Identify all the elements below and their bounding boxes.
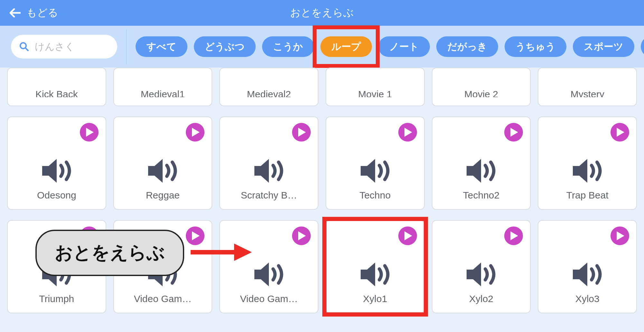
sound-card[interactable]: Xylo2: [432, 220, 531, 313]
play-button[interactable]: [398, 123, 417, 142]
sound-card[interactable]: Movie 2: [432, 68, 531, 106]
sound-label: Techno2: [437, 190, 525, 201]
sound-label: Mystery: [544, 89, 631, 97]
sound-label: Xylo3: [544, 293, 631, 304]
sound-label: Odesong: [13, 190, 100, 201]
search-input[interactable]: [35, 41, 109, 52]
sound-card[interactable]: Movie 1: [326, 68, 425, 106]
search-icon: [19, 42, 29, 51]
sound-label: Movie 2: [437, 89, 525, 97]
svg-marker-10: [298, 231, 306, 240]
filter-chip-5[interactable]: だがっき: [436, 36, 498, 57]
play-button[interactable]: [398, 226, 417, 245]
sound-card[interactable]: Xylo1: [326, 220, 425, 313]
sound-card[interactable]: Techno: [326, 116, 425, 210]
svg-marker-11: [404, 231, 412, 240]
filter-divider: [126, 29, 127, 64]
callout-annotation: おとをえらぶ: [35, 230, 252, 276]
sound-icon: [463, 156, 499, 187]
svg-marker-2: [86, 128, 94, 137]
svg-marker-3: [192, 128, 200, 137]
sound-icon: [251, 156, 287, 187]
filter-chip-4[interactable]: ノート: [378, 36, 430, 57]
svg-marker-7: [617, 128, 624, 137]
svg-marker-5: [404, 128, 412, 137]
back-button[interactable]: もどる: [10, 6, 58, 20]
play-button[interactable]: [292, 123, 311, 142]
sound-card[interactable]: Mystery: [538, 68, 637, 106]
sound-grid: Kick BackMedieval1Medieval2Movie 1Movie …: [7, 68, 637, 313]
svg-marker-4: [298, 128, 306, 137]
sound-icon: [145, 156, 180, 187]
sound-icon: [570, 156, 605, 187]
svg-line-1: [25, 48, 28, 51]
filter-chip-7[interactable]: スポーツ: [573, 36, 634, 57]
sound-card[interactable]: Xylo3: [538, 220, 637, 313]
header-bar: もどる おとをえらぶ: [0, 0, 644, 26]
sound-label: Movie 1: [331, 89, 419, 97]
sound-label: Kick Back: [13, 89, 100, 97]
play-button[interactable]: [504, 123, 523, 142]
page-title: おとをえらぶ: [290, 6, 354, 20]
filter-chip-8[interactable]: こえ: [641, 36, 644, 57]
sound-icon: [39, 156, 74, 187]
svg-marker-15: [234, 244, 252, 261]
sound-label: Medieval1: [119, 89, 207, 97]
play-button[interactable]: [611, 123, 629, 142]
sound-card[interactable]: Odesong: [7, 116, 106, 210]
filter-chips: すべてどうぶつこうかループノートだがっきうちゅうスポーツこえ: [136, 36, 633, 57]
sound-label: Video Gam…: [119, 293, 207, 304]
callout-arrow-icon: [191, 241, 252, 265]
filter-chip-3[interactable]: ループ: [320, 36, 372, 57]
filter-chip-2[interactable]: こうか: [262, 36, 314, 57]
filter-chip-0[interactable]: すべて: [136, 36, 187, 57]
play-button[interactable]: [611, 226, 629, 245]
play-button[interactable]: [80, 123, 99, 142]
sound-icon: [570, 260, 605, 290]
sound-icon: [463, 260, 499, 290]
sound-icon: [357, 156, 393, 187]
sound-label: Trap Beat: [544, 190, 631, 201]
sound-label: Techno: [331, 190, 419, 201]
svg-marker-6: [510, 128, 518, 137]
play-button[interactable]: [292, 226, 311, 245]
sound-card[interactable]: Techno2: [432, 116, 531, 210]
sound-card[interactable]: Reggae: [113, 116, 213, 210]
sound-icon: [251, 260, 287, 290]
sound-label: Triumph: [13, 293, 100, 304]
sound-card[interactable]: Trap Beat: [538, 116, 637, 210]
filter-bar: すべてどうぶつこうかループノートだがっきうちゅうスポーツこえ: [0, 26, 644, 68]
sound-label: Video Gam…: [225, 293, 313, 304]
svg-marker-13: [617, 231, 624, 240]
sound-card[interactable]: Medieval2: [219, 68, 318, 106]
sound-card[interactable]: Scratchy B…: [219, 116, 318, 210]
play-button[interactable]: [186, 123, 204, 142]
filter-chip-6[interactable]: うちゅう: [505, 36, 566, 57]
sound-card[interactable]: Medieval1: [113, 68, 213, 106]
search-box[interactable]: [11, 35, 117, 59]
callout-bubble: おとをえらぶ: [35, 230, 184, 276]
back-arrow-icon: [10, 8, 21, 17]
play-button[interactable]: [504, 226, 523, 245]
sound-label: Xylo1: [331, 293, 419, 304]
sound-card[interactable]: Kick Back: [7, 68, 106, 106]
callout-text: おとをえらぶ: [55, 242, 165, 263]
sound-label: Medieval2: [225, 89, 313, 97]
sound-icon: [357, 260, 393, 290]
sound-label: Scratchy B…: [225, 190, 313, 201]
sound-grid-area: Kick BackMedieval1Medieval2Movie 1Movie …: [0, 68, 644, 313]
filter-chip-1[interactable]: どうぶつ: [194, 36, 256, 57]
sound-label: Xylo2: [437, 293, 525, 304]
back-label: もどる: [26, 6, 58, 20]
sound-label: Reggae: [119, 190, 207, 201]
svg-marker-12: [510, 231, 518, 240]
